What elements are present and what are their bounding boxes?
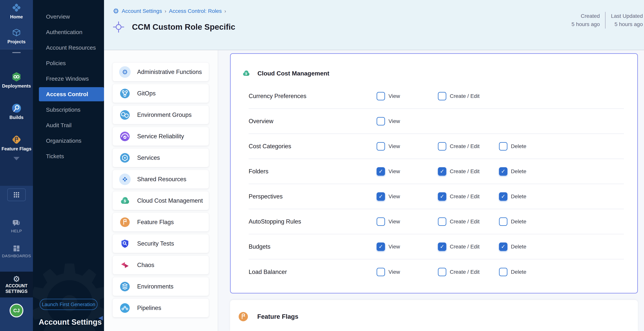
resource-card-service-reliability[interactable]: Service Reliability	[112, 127, 209, 146]
permission-row-budgets: BudgetsViewCreate / EditDelete	[249, 234, 624, 259]
checkbox-load-balancer-create-edit[interactable]	[438, 268, 446, 276]
checkbox-cost-categories-create-edit[interactable]	[438, 142, 446, 150]
checkbox-currency-preferences-create-edit[interactable]	[438, 92, 446, 100]
nav-dashboards[interactable]: DASHBOARDS	[2, 244, 31, 258]
permission-row-perspectives: PerspectivesViewCreate / EditDelete	[249, 184, 624, 209]
help-bubble-icon: ?	[12, 219, 22, 228]
checkbox-overview-view[interactable]	[376, 117, 385, 126]
nav-home[interactable]: Home	[10, 2, 23, 20]
resource-card-cloud-cost-management[interactable]: $Cloud Cost Management	[112, 191, 209, 210]
sidebar-item-tickets[interactable]: Tickets	[39, 149, 104, 164]
resource-label: Feature Flags	[137, 219, 174, 226]
resource-card-gitops[interactable]: GitOps	[112, 84, 209, 103]
resource-label: Administrative Functions	[137, 68, 202, 76]
permission-cell: Delete	[499, 192, 624, 201]
breadcrumb-gear-icon: ⚙	[113, 8, 119, 14]
checkbox-label: Delete	[511, 143, 526, 150]
checkbox-budgets-create-edit[interactable]	[438, 242, 446, 251]
resource-label: Shared Resources	[137, 176, 186, 183]
panel-title: Cloud Cost Management	[258, 70, 329, 77]
permission-cell: View	[376, 268, 438, 276]
resource-label: Environment Groups	[137, 112, 192, 118]
checkbox-autostopping-rules-create-edit[interactable]	[438, 218, 446, 226]
feature-flags-panel: Feature Flags	[230, 300, 638, 331]
checkbox-budgets-view[interactable]	[376, 242, 385, 251]
checkbox-autostopping-rules-view[interactable]	[376, 218, 385, 226]
cube-icon	[11, 27, 22, 38]
collapse-sidebar-icon[interactable]: ◀	[98, 314, 103, 321]
permission-cell: Create / Edit	[438, 92, 499, 100]
checkbox-perspectives-delete[interactable]	[499, 192, 508, 201]
settings-menu: OverviewAuthenticationAccount ResourcesP…	[33, 0, 104, 165]
checkbox-label: View	[388, 143, 400, 150]
sidebar-item-organizations[interactable]: Organizations	[39, 134, 104, 148]
sidebar-item-audit-trail[interactable]: Audit Trail	[39, 118, 104, 132]
resource-card-pipelines[interactable]: Pipelines	[112, 298, 209, 318]
sidebar-item-freeze-windows[interactable]: Freeze Windows	[39, 72, 104, 86]
nav-projects[interactable]: Projects	[8, 27, 26, 44]
sidebar-item-overview[interactable]: Overview	[39, 10, 104, 24]
launch-first-generation-button[interactable]: Launch First Generation	[40, 299, 98, 310]
chevron-down-icon[interactable]	[14, 157, 20, 160]
sidebar-item-subscriptions[interactable]: Subscriptions	[39, 103, 104, 117]
resource-card-chaos[interactable]: Chaos	[112, 256, 209, 274]
checkbox-label: Create / Edit	[450, 269, 480, 275]
resource-card-environments[interactable]: Environments	[112, 277, 209, 296]
harness-logo-icon	[11, 2, 22, 13]
environment-groups-icon	[119, 109, 131, 121]
nav-home-label: Home	[10, 14, 23, 20]
gitops-icon	[119, 88, 131, 99]
role-target-icon	[110, 21, 128, 33]
checkbox-label: View	[388, 194, 400, 200]
checkbox-cost-categories-delete[interactable]	[499, 142, 508, 150]
checkbox-load-balancer-view[interactable]	[376, 268, 385, 276]
builds-icon	[11, 103, 22, 114]
checkbox-currency-preferences-view[interactable]	[376, 92, 385, 100]
sidebar-item-authentication[interactable]: Authentication	[39, 25, 104, 39]
resource-card-shared-resources[interactable]: Shared Resources	[112, 170, 209, 189]
nav-deployments[interactable]: Deployments	[2, 72, 31, 89]
permission-name: Budgets	[249, 243, 376, 250]
permission-name: Cost Categories	[249, 143, 376, 150]
checkbox-folders-view[interactable]	[376, 167, 385, 176]
resource-label: Chaos	[137, 262, 154, 268]
checkbox-perspectives-view[interactable]	[376, 192, 385, 201]
breadcrumb-account-settings[interactable]: Account Settings	[122, 8, 162, 14]
permission-row-load-balancer: Load BalancerViewCreate / EditDelete	[249, 259, 624, 284]
permission-cell: View	[376, 167, 438, 176]
checkbox-folders-delete[interactable]	[499, 167, 508, 176]
resource-card-environment-groups[interactable]: Environment Groups	[112, 105, 209, 124]
checkbox-label: Create / Edit	[450, 218, 480, 225]
nav-builds[interactable]: Builds	[10, 103, 23, 120]
sidebar-item-access-control[interactable]: Access Control	[39, 87, 104, 101]
resource-card-feature-flags[interactable]: Feature Flags	[112, 212, 209, 232]
checkbox-load-balancer-delete[interactable]	[499, 268, 508, 276]
breadcrumb-separator: ›	[224, 8, 226, 14]
resource-label: Service Reliability	[137, 133, 184, 140]
nav-feature-flags[interactable]: Feature Flags	[2, 134, 32, 152]
sidebar-item-account-resources[interactable]: Account Resources	[39, 40, 104, 55]
resource-card-services[interactable]: Services	[112, 148, 209, 167]
content: ⚙Administrative FunctionsGitOpsEnvironme…	[104, 50, 644, 331]
sidebar-item-policies[interactable]: Policies	[39, 56, 104, 70]
title-row: CCM Custom Role Specific	[110, 21, 235, 33]
avatar[interactable]: CJ	[10, 304, 23, 318]
nav-account-settings[interactable]: ⚙ ACCOUNT SETTINGS	[0, 272, 33, 298]
resource-card-administrative-functions[interactable]: ⚙Administrative Functions	[112, 62, 209, 82]
nav-help[interactable]: ? HELP	[11, 219, 22, 233]
checkbox-label: View	[388, 244, 400, 250]
permission-cell: View	[376, 142, 438, 150]
app-window: Home Projects Deployments	[0, 0, 644, 331]
checkbox-budgets-delete[interactable]	[499, 242, 508, 251]
resource-card-security-tests[interactable]: Security Tests	[112, 234, 209, 253]
breadcrumb-access-control-roles[interactable]: Access Control: Roles	[169, 8, 222, 14]
module-grid-button[interactable]	[7, 188, 26, 201]
permission-cell: Create / Edit	[438, 218, 499, 226]
permission-name: AutoStopping Rules	[249, 218, 376, 225]
checkbox-perspectives-create-edit[interactable]	[438, 192, 446, 201]
checkbox-folders-create-edit[interactable]	[438, 167, 446, 176]
created-label: Created	[572, 12, 600, 20]
checkbox-autostopping-rules-delete[interactable]	[499, 218, 508, 226]
resource-label: GitOps	[137, 90, 156, 97]
checkbox-cost-categories-view[interactable]	[376, 142, 385, 150]
